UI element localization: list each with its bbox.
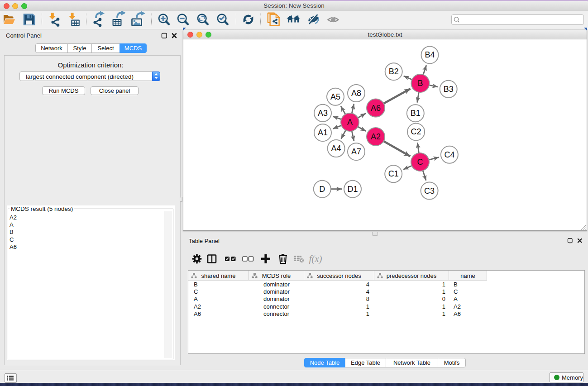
svg-text:A7: A7 <box>351 147 361 156</box>
svg-text:A1: A1 <box>318 128 328 137</box>
svg-text:A3: A3 <box>318 109 328 118</box>
svg-text:A6: A6 <box>371 104 381 113</box>
svg-text:B3: B3 <box>444 85 454 94</box>
svg-text:D1: D1 <box>347 185 358 194</box>
svg-text:C1: C1 <box>388 169 399 178</box>
svg-text:D: D <box>319 185 325 194</box>
svg-text:A8: A8 <box>351 89 361 98</box>
svg-text:C2: C2 <box>411 127 421 136</box>
svg-text:B2: B2 <box>389 67 399 76</box>
svg-text:A2: A2 <box>371 132 381 141</box>
svg-text:B4: B4 <box>425 50 435 59</box>
svg-text:f(x): f(x) <box>309 253 322 264</box>
svg-text:A: A <box>347 118 353 127</box>
svg-text:A4: A4 <box>331 144 341 153</box>
svg-text:A5: A5 <box>330 92 340 101</box>
svg-text:C4: C4 <box>444 150 454 159</box>
svg-text:B: B <box>417 79 423 88</box>
svg-text:C3: C3 <box>424 186 435 195</box>
svg-text:C: C <box>417 157 423 167</box>
svg-text:B1: B1 <box>411 109 421 118</box>
